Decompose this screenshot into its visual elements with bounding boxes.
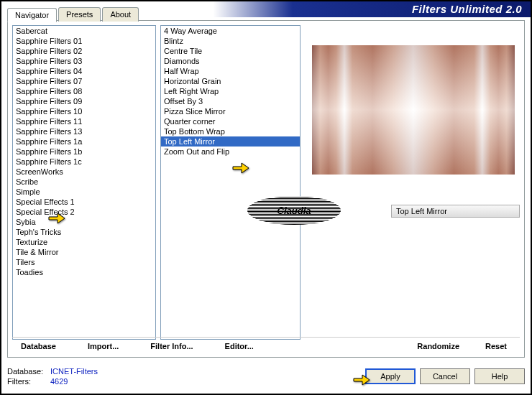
- list-item[interactable]: Sybia: [13, 217, 155, 227]
- list-item[interactable]: Sapphire Filters 11: [13, 116, 155, 126]
- list-item[interactable]: Sapphire Filters 04: [13, 66, 155, 76]
- tab-strip: Navigator Presets About: [7, 7, 140, 22]
- db-value: ICNET-Filters: [50, 366, 98, 376]
- list-item[interactable]: Half Wrap: [161, 66, 300, 76]
- reset-button[interactable]: Reset: [480, 340, 513, 352]
- filter-info-button[interactable]: Filter Info...: [145, 340, 198, 352]
- list-item[interactable]: Tile & Mirror: [13, 247, 155, 257]
- editor-button[interactable]: Editor...: [219, 340, 260, 352]
- status-bar: Database: ICNET-Filters Filters: 4629 Ap…: [7, 362, 525, 391]
- list-item[interactable]: Sapphire Filters 08: [13, 86, 155, 96]
- list-item[interactable]: Simple: [13, 187, 155, 197]
- list-item[interactable]: Special Effects 1: [13, 197, 155, 207]
- list-item[interactable]: Horizontal Grain: [161, 76, 300, 86]
- list-item[interactable]: Sapphire Filters 03: [13, 56, 155, 66]
- list-item[interactable]: Quarter corner: [161, 116, 300, 126]
- list-item[interactable]: Scribe: [13, 177, 155, 187]
- list-item[interactable]: Sapphire Filters 10: [13, 106, 155, 116]
- tab-navigator[interactable]: Navigator: [7, 8, 57, 22]
- preview-image: [312, 45, 515, 175]
- list-item[interactable]: Sapphire Filters 07: [13, 76, 155, 86]
- import-button[interactable]: Import...: [82, 340, 124, 352]
- help-button[interactable]: Help: [474, 368, 525, 384]
- filters-count-value: 4629: [50, 376, 68, 386]
- randomize-button[interactable]: Randomize: [411, 340, 465, 352]
- list-item[interactable]: ScreenWorks: [13, 167, 155, 177]
- list-item[interactable]: Top Left Mirror: [161, 136, 300, 147]
- preview-area: Claudia Top Left Mirror: [305, 25, 520, 340]
- cancel-button[interactable]: Cancel: [420, 368, 470, 384]
- database-button[interactable]: Database: [15, 340, 62, 352]
- list-item[interactable]: Left Right Wrap: [161, 86, 300, 96]
- list-item[interactable]: Blintz: [161, 36, 300, 46]
- filters-count-label: Filters:: [7, 376, 50, 386]
- list-item[interactable]: Sapphire Filters 02: [13, 46, 155, 56]
- filter-list[interactable]: 4 Way AverageBlintzCentre TileDiamondsHa…: [160, 25, 301, 340]
- app-title: Filters Unlimited 2.0: [412, 3, 522, 15]
- status-info: Database: ICNET-Filters Filters: 4629: [7, 366, 98, 386]
- list-item[interactable]: Toadies: [13, 267, 155, 277]
- list-item[interactable]: Sapphire Filters 1c: [13, 157, 155, 167]
- list-item[interactable]: Teph's Tricks: [13, 227, 155, 237]
- list-item[interactable]: Sabercat: [13, 26, 155, 36]
- list-item[interactable]: Sapphire Filters 1a: [13, 136, 155, 147]
- list-item[interactable]: Zoom Out and Flip: [161, 147, 300, 157]
- list-item[interactable]: Top Bottom Wrap: [161, 126, 300, 136]
- list-item[interactable]: Texturize: [13, 237, 155, 247]
- list-item[interactable]: Centre Tile: [161, 46, 300, 56]
- list-item[interactable]: 4 Way Average: [161, 26, 300, 36]
- db-label: Database:: [7, 366, 50, 376]
- filter-name-display: Top Left Mirror: [391, 205, 520, 218]
- tab-presets[interactable]: Presets: [58, 7, 101, 22]
- toolbar: Database Import... Filter Info... Editor…: [12, 337, 520, 353]
- navigator-panel: SabercatSapphire Filters 01Sapphire Filt…: [7, 20, 525, 358]
- list-item[interactable]: Sapphire Filters 1b: [13, 147, 155, 157]
- tab-about[interactable]: About: [102, 7, 139, 22]
- list-item[interactable]: Sapphire Filters 13: [13, 126, 155, 136]
- logo-stamp: Claudia: [247, 196, 341, 225]
- list-item[interactable]: Sapphire Filters 09: [13, 96, 155, 106]
- list-item[interactable]: Diamonds: [161, 56, 300, 66]
- list-item[interactable]: Special Effects 2: [13, 207, 155, 217]
- list-item[interactable]: Tilers: [13, 257, 155, 267]
- apply-button[interactable]: Apply: [365, 368, 416, 384]
- list-item[interactable]: Offset By 3: [161, 96, 300, 106]
- category-list[interactable]: SabercatSapphire Filters 01Sapphire Filt…: [12, 25, 156, 340]
- list-item[interactable]: Sapphire Filters 01: [13, 36, 155, 46]
- list-item[interactable]: Pizza Slice Mirror: [161, 106, 300, 116]
